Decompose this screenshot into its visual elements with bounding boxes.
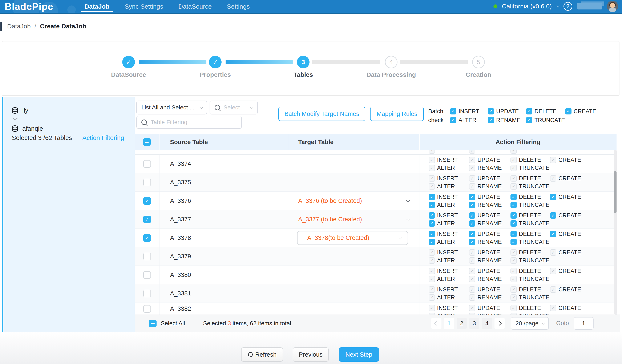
action-checkbox-alter[interactable]: ✓ (429, 220, 435, 227)
action-checkbox-insert[interactable]: ✓ (429, 194, 435, 200)
action-checkbox-create[interactable]: ✓ (550, 194, 556, 200)
action-checkbox-rename[interactable]: ✓ (469, 239, 475, 245)
action-checkbox-delete[interactable]: ✓ (510, 286, 517, 293)
action-checkbox-create[interactable]: ✓ (550, 231, 556, 237)
page-size-select[interactable]: 20 /page (511, 317, 549, 330)
chevron-down-icon[interactable] (406, 199, 410, 202)
action-checkbox-insert[interactable]: ✓ (429, 286, 435, 293)
mapping-rules-button[interactable]: Mapping Rules (370, 107, 424, 121)
nav-item-datasource[interactable]: DataSource (175, 0, 215, 13)
action-checkbox-update[interactable]: ✓ (469, 286, 475, 293)
refresh-button[interactable]: Refresh (241, 347, 283, 362)
action-checkbox-insert[interactable]: ✓ (429, 305, 435, 311)
action-checkbox-update[interactable]: ✓ (469, 231, 475, 237)
action-checkbox-rename[interactable]: ✓ (469, 165, 475, 171)
action-checkbox-delete[interactable]: ✓ (510, 305, 517, 311)
action-checkbox-delete[interactable]: ✓ (510, 249, 517, 256)
action-checkbox-delete[interactable]: ✓ (510, 194, 517, 200)
action-checkbox-truncate[interactable]: ✓ (510, 257, 517, 264)
select-all-label[interactable]: Select All (161, 320, 185, 327)
batch-checkbox-alter[interactable]: ✓ (450, 117, 456, 123)
row-checkbox-a-3379[interactable] (143, 253, 151, 260)
action-checkbox-insert[interactable]: ✓ (429, 157, 435, 163)
step-circle-data-processing[interactable]: 4 (385, 56, 397, 68)
action-checkbox-create[interactable]: ✓ (550, 249, 556, 256)
step-circle-tables[interactable]: 3 (297, 56, 310, 68)
action-checkbox-alter[interactable]: ✓ (429, 165, 435, 171)
action-checkbox-insert[interactable]: ✓ (429, 268, 435, 274)
action-checkbox-delete[interactable]: ✓ (510, 212, 517, 219)
next-step-button[interactable]: Next Step (339, 347, 379, 362)
action-checkbox-alter[interactable]: ✓ (429, 257, 435, 264)
action-checkbox-delete[interactable]: ✓ (510, 231, 517, 237)
action-checkbox-create[interactable]: ✓ (550, 157, 556, 163)
action-checkbox-delete[interactable]: ✓ (510, 268, 517, 274)
action-checkbox-insert[interactable]: ✓ (429, 175, 435, 182)
action-checkbox-truncate[interactable]: ✓ (510, 276, 517, 282)
vertical-scrollbar-track[interactable] (614, 150, 617, 315)
action-checkbox-truncate[interactable]: ✓ (510, 202, 517, 208)
batch-checkbox-rename[interactable]: ✓ (488, 117, 494, 123)
list-mode-select[interactable]: List All and Select ... (136, 101, 207, 115)
action-checkbox-update[interactable]: ✓ (469, 268, 475, 274)
action-checkbox-create[interactable]: ✓ (550, 286, 556, 293)
action-checkbox-truncate[interactable]: ✓ (510, 165, 517, 171)
pagination-page-2[interactable]: 2 (457, 318, 467, 329)
action-checkbox-update[interactable]: ✓ (469, 212, 475, 219)
pagination-next-button[interactable] (494, 318, 505, 329)
batch-modify-target-names-button[interactable]: Batch Modify Target Names (278, 107, 365, 121)
action-checkbox-alter[interactable]: ✓ (429, 294, 435, 301)
action-checkbox-insert[interactable]: ✓ (429, 249, 435, 256)
chevron-down-icon[interactable] (406, 217, 410, 221)
nav-item-sync-settings[interactable]: Sync Settings (121, 0, 167, 13)
action-checkbox-insert[interactable]: ✓ (429, 212, 435, 219)
action-checkbox-alter[interactable]: ✓ (429, 239, 435, 245)
datasource-sidebar[interactable]: lly afanqie Selected 3 /62 Tables Action… (2, 97, 135, 332)
action-checkbox-insert[interactable]: ✓ (429, 231, 435, 237)
batch-checkbox-insert[interactable]: ✓ (450, 108, 456, 115)
action-checkbox-alter[interactable]: ✓ (429, 202, 435, 208)
action-checkbox-truncate[interactable]: ✓ (510, 239, 517, 245)
target-table-select[interactable]: A_3378(to be Created) (297, 231, 408, 245)
row-checkbox-a-3380[interactable] (143, 271, 151, 279)
action-checkbox-create[interactable]: ✓ (550, 212, 556, 219)
action-checkbox-truncate[interactable]: ✓ (510, 220, 517, 227)
row-checkbox-a-3381[interactable] (143, 290, 151, 297)
batch-checkbox-create[interactable]: ✓ (565, 108, 571, 115)
table-filter[interactable] (136, 116, 242, 129)
batch-checkbox-update[interactable]: ✓ (488, 108, 494, 115)
row-checkbox-a-3382[interactable] (143, 305, 151, 313)
action-checkbox-update[interactable]: ✓ (469, 194, 475, 200)
nav-item-settings[interactable]: Settings (223, 0, 253, 13)
step-circle-creation[interactable]: 5 (472, 56, 485, 68)
previous-button[interactable]: Previous (293, 347, 329, 362)
batch-checkbox-truncate[interactable]: ✓ (526, 117, 532, 123)
action-checkbox-create[interactable]: ✓ (550, 268, 556, 274)
action-checkbox-delete[interactable]: ✓ (510, 157, 517, 163)
vertical-scrollbar-thumb[interactable] (614, 171, 617, 213)
action-checkbox-create[interactable]: ✓ (550, 175, 556, 182)
chevron-down-icon[interactable] (556, 4, 560, 8)
action-checkbox-truncate[interactable]: ✓ (510, 294, 517, 301)
target-table-value[interactable]: A_3376 (to be Created) (298, 197, 362, 204)
step-circle-datasource[interactable]: ✓ (122, 56, 135, 68)
action-checkbox-rename[interactable]: ✓ (469, 257, 475, 264)
breadcrumb-parent[interactable]: DataJob (7, 23, 31, 30)
action-checkbox-truncate[interactable]: ✓ (510, 183, 517, 190)
action-checkbox-rename[interactable]: ✓ (469, 276, 475, 282)
table-filter-input[interactable] (150, 119, 237, 126)
row-checkbox-a-3378[interactable]: ✓ (143, 234, 151, 242)
nav-item-datajob[interactable]: DataJob (81, 0, 113, 13)
schema-select[interactable]: Select (210, 101, 258, 115)
row-checkbox-a-3376[interactable]: ✓ (143, 197, 151, 205)
target-table-value[interactable]: A_3377 (to be Created) (298, 216, 362, 223)
pagination-page-3[interactable]: 3 (469, 318, 479, 329)
help-icon[interactable]: ? (564, 2, 572, 11)
row-checkbox-a-3374[interactable] (143, 160, 151, 168)
action-checkbox-rename[interactable]: ✓ (469, 294, 475, 301)
batch-checkbox-delete[interactable]: ✓ (526, 108, 532, 115)
action-checkbox-rename[interactable]: ✓ (469, 220, 475, 227)
action-checkbox-alter[interactable]: ✓ (429, 183, 435, 190)
environment-selector[interactable]: California (v0.6.0) (502, 3, 552, 10)
action-checkbox-rename[interactable]: ✓ (469, 202, 475, 208)
